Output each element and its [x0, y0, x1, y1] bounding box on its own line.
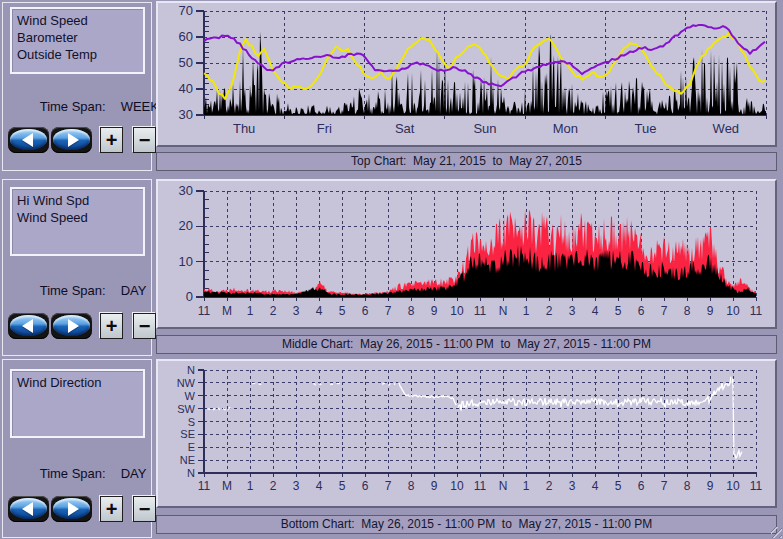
chart-section-top: Wind SpeedBarometerOutside Temp Time Spa… [0, 0, 783, 176]
svg-text:NW: NW [177, 377, 196, 389]
svg-text:50: 50 [179, 55, 193, 70]
bottom-zoom-in-button[interactable]: + [100, 496, 123, 522]
top-controls-panel: Wind SpeedBarometerOutside Temp Time Spa… [2, 2, 152, 171]
svg-text:Fri: Fri [317, 121, 332, 136]
top-nav-row: + − [8, 127, 156, 153]
svg-text:Tue: Tue [635, 121, 657, 136]
middle-zoom-in-button[interactable]: + [100, 313, 123, 339]
svg-text:6: 6 [638, 304, 645, 318]
svg-text:5: 5 [615, 479, 622, 493]
svg-text:11: 11 [474, 304, 487, 318]
svg-text:3: 3 [293, 304, 300, 318]
bottom-nav-row: + − [8, 496, 156, 522]
svg-text:8: 8 [684, 304, 691, 318]
svg-text:4: 4 [316, 304, 323, 318]
svg-text:11: 11 [198, 479, 211, 493]
time-span-value: DAY [121, 466, 147, 481]
resize-grip[interactable] [771, 527, 782, 538]
svg-text:2: 2 [270, 479, 277, 493]
bottom-scroll-right-button[interactable] [51, 496, 92, 522]
middle-time-span: Time Span:DAY [11, 268, 146, 313]
svg-text:9: 9 [431, 479, 438, 493]
svg-text:5: 5 [339, 479, 346, 493]
svg-text:N: N [499, 479, 508, 493]
svg-text:7: 7 [661, 304, 668, 318]
bottom-scroll-left-button[interactable] [8, 496, 49, 522]
svg-text:7: 7 [661, 479, 668, 493]
left-arrow-icon [22, 502, 33, 516]
bottom-chart-plot: 11M1234567891011N1234567891011NNWWSWSSEE… [158, 361, 775, 506]
svg-text:SE: SE [180, 428, 195, 440]
svg-text:1: 1 [247, 304, 254, 318]
svg-text:0: 0 [186, 289, 193, 304]
top-scroll-left-button[interactable] [8, 127, 49, 153]
top-legend-box[interactable]: Wind SpeedBarometerOutside Temp [10, 7, 145, 74]
middle-legend-box[interactable]: Hi Wind SpdWind Speed [10, 187, 145, 256]
svg-text:6: 6 [638, 479, 645, 493]
svg-text:10: 10 [450, 479, 464, 493]
top-chart-plot: ThuFriSatSunMonTueWed3040506070 [158, 3, 775, 145]
left-arrow-icon [22, 133, 33, 147]
top-chart-caption: Top Chart: May 21, 2015 to May 27, 2015 [156, 152, 777, 171]
middle-controls-panel: Hi Wind SpdWind Speed Time Span:DAY + − [2, 179, 152, 356]
chart-section-middle: Hi Wind SpdWind Speed Time Span:DAY + − … [0, 176, 783, 356]
right-arrow-icon [68, 319, 79, 333]
svg-text:N: N [187, 364, 195, 376]
svg-text:11: 11 [198, 304, 211, 318]
svg-text:3: 3 [569, 479, 576, 493]
svg-text:70: 70 [179, 3, 193, 18]
svg-text:4: 4 [592, 304, 599, 318]
legend-item-outside-temp: Outside Temp [17, 46, 143, 63]
svg-text:M: M [222, 304, 232, 318]
plus-icon: + [106, 315, 118, 337]
svg-text:7: 7 [385, 479, 392, 493]
middle-chart-panel: 11M1234567891011N12345678910110102030 [156, 179, 777, 329]
svg-text:30: 30 [179, 107, 193, 122]
svg-text:Sat: Sat [395, 121, 415, 136]
svg-text:E: E [188, 441, 195, 453]
svg-text:Mon: Mon [553, 121, 578, 136]
time-span-label: Time Span: [40, 99, 106, 114]
middle-scroll-left-button[interactable] [8, 313, 49, 339]
top-scroll-right-button[interactable] [51, 127, 92, 153]
svg-text:30: 30 [179, 183, 193, 198]
bottom-zoom-out-button[interactable]: − [133, 496, 156, 522]
time-span-label: Time Span: [40, 466, 106, 481]
middle-chart-plot: 11M1234567891011N12345678910110102030 [158, 181, 775, 327]
bottom-chart-panel: 11M1234567891011N1234567891011NNWWSWSSEE… [156, 359, 777, 508]
svg-text:60: 60 [179, 29, 193, 44]
middle-zoom-out-button[interactable]: − [133, 313, 156, 339]
svg-text:1: 1 [247, 479, 254, 493]
time-span-value: DAY [121, 283, 147, 298]
svg-text:4: 4 [592, 479, 599, 493]
middle-scroll-right-button[interactable] [51, 313, 92, 339]
legend-item-barometer: Barometer [17, 29, 143, 46]
minus-icon: − [139, 129, 151, 151]
svg-text:2: 2 [546, 304, 553, 318]
svg-text:8: 8 [408, 304, 415, 318]
svg-text:2: 2 [270, 304, 277, 318]
svg-text:9: 9 [707, 304, 714, 318]
svg-text:N: N [499, 304, 508, 318]
time-span-value: WEEK [121, 99, 159, 114]
svg-text:40: 40 [179, 81, 193, 96]
svg-text:3: 3 [293, 479, 300, 493]
top-time-span: Time Span:WEEK [11, 84, 159, 129]
svg-text:N: N [187, 467, 195, 479]
svg-text:1: 1 [523, 479, 530, 493]
svg-text:6: 6 [362, 479, 369, 493]
svg-text:Wed: Wed [713, 121, 740, 136]
svg-text:S: S [188, 416, 195, 428]
svg-text:10: 10 [726, 479, 740, 493]
top-zoom-out-button[interactable]: − [133, 127, 156, 153]
svg-text:10: 10 [179, 254, 193, 269]
right-arrow-icon [68, 133, 79, 147]
svg-text:Sun: Sun [473, 121, 496, 136]
top-zoom-in-button[interactable]: + [100, 127, 123, 153]
right-arrow-icon [68, 502, 79, 516]
bottom-legend-box[interactable]: Wind Direction [10, 369, 145, 438]
svg-text:11: 11 [750, 479, 763, 493]
middle-chart-caption: Middle Chart: May 26, 2015 - 11:00 PM to… [156, 335, 777, 354]
legend-item-hi-wind-spd: Hi Wind Spd [17, 192, 143, 209]
svg-text:11: 11 [750, 304, 763, 318]
